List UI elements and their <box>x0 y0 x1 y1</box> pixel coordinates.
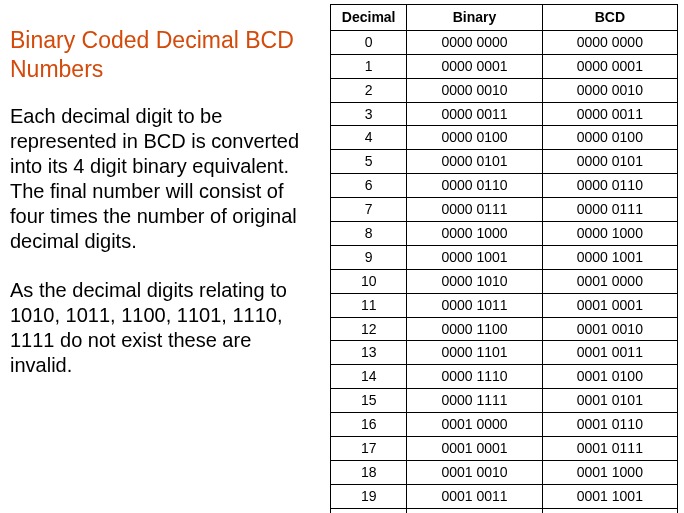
cell-binary: 0000 1001 <box>407 245 542 269</box>
paragraph-2: As the decimal digits relating to 1010, … <box>10 278 318 378</box>
table-row: 180001 00100001 1000 <box>331 460 678 484</box>
cell-decimal: 16 <box>331 413 407 437</box>
table-row: 30000 00110000 0011 <box>331 102 678 126</box>
cell-binary: 0000 0100 <box>407 126 542 150</box>
cell-binary: 0001 0011 <box>407 484 542 508</box>
cell-bcd: 0000 0001 <box>542 54 677 78</box>
cell-binary: 0000 1000 <box>407 222 542 246</box>
table-row: 00000 00000000 0000 <box>331 30 678 54</box>
col-header-bcd: BCD <box>542 5 677 31</box>
cell-binary: 0001 0001 <box>407 437 542 461</box>
cell-decimal: 18 <box>331 460 407 484</box>
bcd-table: Decimal Binary BCD 00000 00000000 000010… <box>330 4 678 513</box>
cell-bcd: 0000 1000 <box>542 222 677 246</box>
cell-binary: 0000 1101 <box>407 341 542 365</box>
table-row: 60000 01100000 0110 <box>331 174 678 198</box>
cell-decimal: 0 <box>331 30 407 54</box>
table-row: 170001 00010001 0111 <box>331 437 678 461</box>
cell-bcd: 0000 0100 <box>542 126 677 150</box>
cell-decimal: 14 <box>331 365 407 389</box>
cell-decimal: 20 <box>331 508 407 513</box>
cell-decimal: 15 <box>331 389 407 413</box>
table-row: 80000 10000000 1000 <box>331 222 678 246</box>
table-column: Decimal Binary BCD 00000 00000000 000010… <box>330 4 678 509</box>
col-header-binary: Binary <box>407 5 542 31</box>
cell-decimal: 4 <box>331 126 407 150</box>
cell-decimal: 13 <box>331 341 407 365</box>
cell-bcd: 0001 0110 <box>542 413 677 437</box>
text-column: Binary Coded Decimal BCD Numbers Each de… <box>10 4 330 509</box>
cell-binary: 0001 0100 <box>407 508 542 513</box>
table-row: 160001 00000001 0110 <box>331 413 678 437</box>
cell-bcd: 0001 0111 <box>542 437 677 461</box>
cell-binary: 0000 1100 <box>407 317 542 341</box>
cell-binary: 0000 0110 <box>407 174 542 198</box>
cell-bcd: 0001 0001 <box>542 293 677 317</box>
cell-decimal: 6 <box>331 174 407 198</box>
cell-binary: 0000 0001 <box>407 54 542 78</box>
cell-binary: 0000 1010 <box>407 269 542 293</box>
cell-binary: 0001 0000 <box>407 413 542 437</box>
cell-decimal: 1 <box>331 54 407 78</box>
table-row: 100000 10100001 0000 <box>331 269 678 293</box>
page-title: Binary Coded Decimal BCD Numbers <box>10 26 318 84</box>
cell-bcd: 0000 0000 <box>542 30 677 54</box>
table-row: 110000 10110001 0001 <box>331 293 678 317</box>
cell-bcd: 0001 0000 <box>542 269 677 293</box>
cell-binary: 0000 1111 <box>407 389 542 413</box>
cell-bcd: 0001 1000 <box>542 460 677 484</box>
cell-decimal: 12 <box>331 317 407 341</box>
table-row: 200001 01000010 0000 <box>331 508 678 513</box>
cell-decimal: 8 <box>331 222 407 246</box>
table-row: 120000 11000001 0010 <box>331 317 678 341</box>
cell-decimal: 11 <box>331 293 407 317</box>
cell-binary: 0000 0111 <box>407 198 542 222</box>
table-row: 10000 00010000 0001 <box>331 54 678 78</box>
cell-decimal: 19 <box>331 484 407 508</box>
table-row: 130000 11010001 0011 <box>331 341 678 365</box>
cell-bcd: 0001 0010 <box>542 317 677 341</box>
cell-decimal: 7 <box>331 198 407 222</box>
cell-bcd: 0001 0011 <box>542 341 677 365</box>
table-row: 40000 01000000 0100 <box>331 126 678 150</box>
cell-bcd: 0000 0010 <box>542 78 677 102</box>
cell-decimal: 10 <box>331 269 407 293</box>
cell-bcd: 0000 0110 <box>542 174 677 198</box>
cell-binary: 0000 0011 <box>407 102 542 126</box>
cell-binary: 0000 1011 <box>407 293 542 317</box>
paragraph-1: Each decimal digit to be represented in … <box>10 104 318 254</box>
table-row: 50000 01010000 0101 <box>331 150 678 174</box>
cell-decimal: 9 <box>331 245 407 269</box>
table-row: 150000 11110001 0101 <box>331 389 678 413</box>
cell-decimal: 3 <box>331 102 407 126</box>
table-header-row: Decimal Binary BCD <box>331 5 678 31</box>
table-row: 190001 00110001 1001 <box>331 484 678 508</box>
cell-decimal: 2 <box>331 78 407 102</box>
table-row: 90000 10010000 1001 <box>331 245 678 269</box>
cell-bcd: 0000 0011 <box>542 102 677 126</box>
cell-decimal: 17 <box>331 437 407 461</box>
col-header-decimal: Decimal <box>331 5 407 31</box>
cell-bcd: 0001 0100 <box>542 365 677 389</box>
cell-binary: 0000 0010 <box>407 78 542 102</box>
table-body: 00000 00000000 000010000 00010000 000120… <box>331 30 678 513</box>
table-row: 140000 11100001 0100 <box>331 365 678 389</box>
table-row: 20000 00100000 0010 <box>331 78 678 102</box>
cell-bcd: 0000 1001 <box>542 245 677 269</box>
slide: Binary Coded Decimal BCD Numbers Each de… <box>0 0 684 513</box>
cell-binary: 0001 0010 <box>407 460 542 484</box>
cell-bcd: 0010 0000 <box>542 508 677 513</box>
cell-bcd: 0000 0101 <box>542 150 677 174</box>
cell-bcd: 0000 0111 <box>542 198 677 222</box>
cell-decimal: 5 <box>331 150 407 174</box>
cell-bcd: 0001 1001 <box>542 484 677 508</box>
cell-binary: 0000 0000 <box>407 30 542 54</box>
cell-binary: 0000 1110 <box>407 365 542 389</box>
cell-bcd: 0001 0101 <box>542 389 677 413</box>
table-row: 70000 01110000 0111 <box>331 198 678 222</box>
cell-binary: 0000 0101 <box>407 150 542 174</box>
